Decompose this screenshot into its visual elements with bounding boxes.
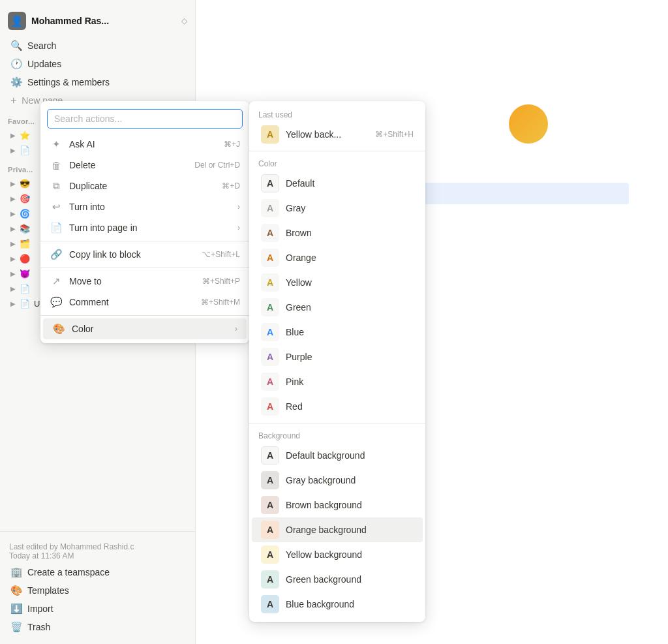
color-letter-blue: A [261,323,279,341]
color-label-gray: Gray [286,203,305,213]
color-label-brown: Brown [286,228,312,238]
sidebar-bottom: Last edited by Mohammed Rashid.c Today a… [0,531,195,636]
import-label: Import [27,604,53,614]
context-menu-copy-link[interactable]: 🔗 Copy link to block ⌥+Shift+L [40,244,249,265]
color-option-brown[interactable]: A Brown [252,221,423,245]
trash-icon: 🗑️ [10,621,22,633]
delete-label: Delete [69,160,188,170]
turn-into-label: Turn into [69,202,231,212]
color-option-green[interactable]: A Green [252,295,423,320]
context-menu-turn-into-page-in[interactable]: 📄 Turn into page in › [40,217,249,238]
color-letter-green: A [261,298,279,316]
context-menu: ✦ Ask AI ⌘+J 🗑 Delete Del or Ctrl+D ⧉ Du… [40,101,249,343]
color-letter-brown: A [261,224,279,242]
context-menu-turn-into[interactable]: ↩ Turn into › [40,196,249,217]
context-menu-ask-ai[interactable]: ✦ Ask AI ⌘+J [40,134,249,155]
color-letter-orange: A [261,249,279,267]
last-used-color-letter: A [261,125,279,144]
delete-icon: 🗑 [50,159,63,172]
last-used-color-label: Yellow back... [286,129,341,140]
color-label-red: Red [286,401,303,412]
sidebar-item-trash[interactable]: 🗑️ Trash [3,618,192,636]
bg-letter-orange: A [261,521,279,539]
ask-ai-icon: ✦ [50,138,63,151]
color-letter-pink: A [261,373,279,391]
context-menu-color[interactable]: 🎨 Color › [43,318,247,339]
teamspace-icon: 🏢 [10,566,22,578]
duplicate-shortcut: ⌘+D [222,181,240,191]
avatar: 👤 [8,12,26,30]
bg-option-blue[interactable]: A Blue background [252,592,423,617]
turn-into-page-arrow: › [237,223,240,232]
bg-label-green: Green background [286,574,361,585]
bg-letter-default: A [261,446,279,465]
page-emoji [509,104,548,144]
sidebar-item-import[interactable]: ⬇️ Import [3,600,192,618]
background-section-label: Background [249,427,425,443]
bg-label-brown: Brown background [286,500,362,510]
color-option-gray[interactable]: A Gray [252,196,423,221]
bg-option-gray[interactable]: A Gray background [252,468,423,493]
bg-label-gray: Gray background [286,475,356,485]
comment-icon: 💬 [50,296,63,309]
bg-option-green[interactable]: A Green background [252,567,423,592]
favorite2-emoji: 📄 [20,146,30,155]
color-option-pink[interactable]: A Pink [252,369,423,394]
templates-icon: 🎨 [10,585,22,596]
bg-letter-green: A [261,570,279,589]
ask-ai-shortcut: ⌘+J [224,140,240,149]
delete-shortcut: Del or Ctrl+D [194,161,240,170]
last-used-section-label: Last used [249,106,425,122]
color-letter-default: A [261,174,279,192]
bg-option-orange[interactable]: A Orange background [252,517,423,542]
workspace-chevron-icon: ◇ [181,16,187,25]
bg-option-default[interactable]: A Default background [252,443,423,468]
color-label-default: Default [286,178,314,189]
context-menu-delete[interactable]: 🗑 Delete Del or Ctrl+D [40,155,249,176]
bg-option-brown[interactable]: A Brown background [252,493,423,517]
sidebar-header[interactable]: 👤 Mohammed Ras... ◇ [0,8,195,34]
color-option-blue[interactable]: A Blue [252,320,423,345]
duplicate-icon: ⧉ [50,179,63,192]
color-option-purple[interactable]: A Purple [252,345,423,369]
last-edited-info: Last edited by Mohammed Rashid.c Today a… [0,537,195,563]
sidebar-item-create-teamspace[interactable]: 🏢 Create a teamspace [3,563,192,581]
context-menu-duplicate[interactable]: ⧉ Duplicate ⌘+D [40,176,249,196]
last-edited-by: Last edited by Mohammed Rashid.c [9,542,186,551]
color-letter-purple: A [261,348,279,366]
color-letter-yellow: A [261,273,279,292]
bg-label-yellow: Yellow background [286,549,362,560]
color-arrow: › [235,324,237,333]
bg-label-blue: Blue background [286,599,354,609]
color-letter-gray: A [261,199,279,217]
search-icon: 🔍 [10,40,22,52]
color-section-label: Color [249,155,425,171]
sidebar-settings-label: Settings & members [27,77,110,87]
copy-link-shortcut: ⌥+Shift+L [202,250,240,259]
last-edited-time: Today at 11:36 AM [9,551,186,560]
copy-link-icon: 🔗 [50,248,63,261]
turn-into-icon: ↩ [50,200,63,213]
sidebar-item-templates[interactable]: 🎨 Templates [3,581,192,600]
bg-letter-brown: A [261,496,279,514]
bg-option-yellow[interactable]: A Yellow background [252,542,423,567]
move-to-icon: ↗ [50,275,63,288]
context-menu-move-to[interactable]: ↗ Move to ⌘+Shift+P [40,271,249,292]
sidebar-item-settings[interactable]: ⚙️ Settings & members [3,73,192,91]
templates-label: Templates [27,585,69,596]
color-option-red[interactable]: A Red [252,394,423,419]
sidebar-item-search[interactable]: 🔍 Search [3,37,192,55]
settings-icon: ⚙️ [10,76,22,88]
context-menu-comment[interactable]: 💬 Comment ⌘+Shift+M [40,292,249,313]
last-used-color-item[interactable]: A Yellow back... ⌘+Shift+H [252,122,423,147]
bg-label-default: Default background [286,450,365,461]
color-option-default[interactable]: A Default [252,171,423,196]
menu-divider-2 [40,268,249,268]
search-actions-input[interactable] [47,109,243,129]
sidebar-item-updates[interactable]: 🕐 Updates [3,55,192,73]
color-icon: 🎨 [52,322,65,335]
color-label-yellow: Yellow [286,277,312,288]
color-option-yellow[interactable]: A Yellow [252,270,423,295]
color-option-orange[interactable]: A Orange [252,245,423,270]
color-submenu: Last used A Yellow back... ⌘+Shift+H Col… [249,101,425,622]
